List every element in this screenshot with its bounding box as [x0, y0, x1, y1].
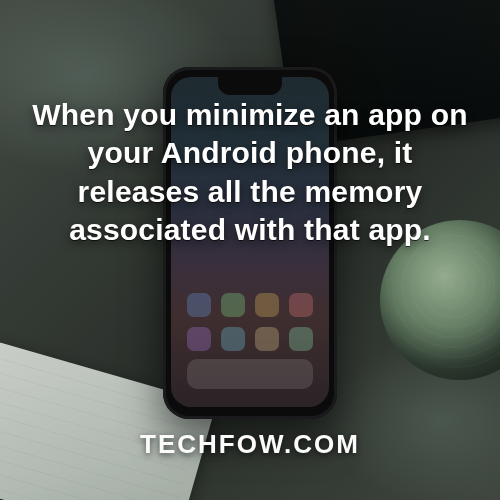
phone-notch	[218, 77, 282, 95]
image-card: When you minimize an app on your Android…	[0, 0, 500, 500]
app-grid	[187, 293, 313, 351]
phone-dock	[187, 359, 313, 389]
headline-text: When you minimize an app on your Android…	[28, 96, 472, 250]
watermark-text: TECHFOW.COM	[0, 429, 500, 460]
